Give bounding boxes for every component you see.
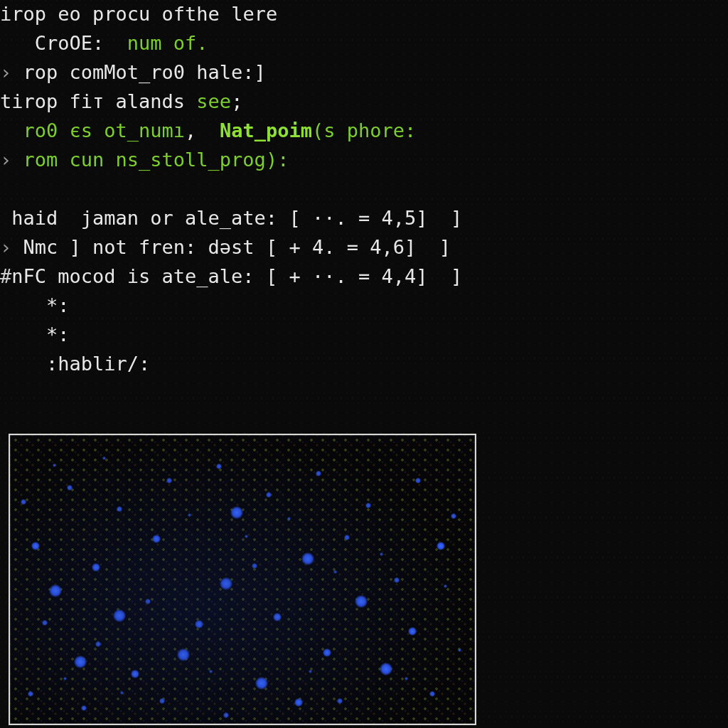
panel-scatter-layer <box>10 435 475 724</box>
scatter-point <box>255 677 268 690</box>
terminal-segment: *: <box>0 294 70 316</box>
terminal-line: › rom cun ns_stoll_prog): <box>0 146 728 175</box>
terminal-segment: , <box>185 119 220 141</box>
scatter-point <box>458 648 461 652</box>
scatter-point <box>365 503 371 508</box>
scatter-point <box>245 535 248 538</box>
scatter-point <box>444 584 447 588</box>
scatter-point <box>42 620 48 626</box>
scatter-point <box>355 595 368 608</box>
terminal-segment: haid jaman or ale_ate: [ ··. = 4,5] ] <box>0 207 462 229</box>
scatter-point <box>131 670 139 678</box>
scatter-point <box>333 570 337 574</box>
scatter-point <box>405 677 408 680</box>
scatter-point <box>380 663 392 675</box>
scatter-point <box>63 677 67 680</box>
terminal-line: *: <box>0 321 728 350</box>
terminal-line: tirop fiт alands see; <box>0 87 728 117</box>
scatter-point <box>145 599 151 604</box>
scatter-point <box>380 552 383 556</box>
scatter-point <box>415 478 421 483</box>
terminal-segment: ro0 єs ot_numı <box>0 119 185 141</box>
terminal-segment: Nmc ] not fren: dəst [ + 4. = 4,6] ] <box>23 236 451 258</box>
terminal-output[interactable]: irop eo procu ofthe lere CroOE: num of.›… <box>0 0 728 379</box>
scatter-point <box>437 542 445 550</box>
scatter-point <box>49 584 62 597</box>
visualization-panel <box>9 434 476 725</box>
scatter-point <box>287 517 291 520</box>
terminal-segment: num of. <box>127 32 208 54</box>
scatter-point <box>344 535 350 540</box>
scatter-point <box>53 464 56 467</box>
scatter-point <box>223 712 229 718</box>
scatter-point <box>195 620 203 628</box>
terminal-segment: › <box>0 61 23 83</box>
scatter-point <box>394 577 400 583</box>
terminal-line: › Nmc ] not fren: dəst [ + 4. = 4,6] ] <box>0 233 728 262</box>
terminal-line <box>0 175 728 204</box>
scatter-point <box>67 485 73 491</box>
terminal-segment: rop comMot_ro0 hale:] <box>23 61 266 83</box>
terminal-segment: rom cun ns_stoll_prog <box>23 149 266 171</box>
scatter-point <box>152 535 161 543</box>
terminal-line: :hablir/: <box>0 350 728 379</box>
terminal-segment: *: <box>0 323 70 346</box>
terminal-line: CroOE: num of. <box>0 29 728 58</box>
scatter-point <box>117 506 122 512</box>
terminal-line: › rop comMot_ro0 hale:] <box>0 58 728 87</box>
scatter-point <box>337 698 343 704</box>
scatter-point <box>301 552 314 565</box>
scatter-point <box>113 609 126 622</box>
scatter-point <box>316 471 321 476</box>
scatter-point <box>92 563 100 572</box>
terminal-segment: nFC mocod is ate_ale: [ + ··. = 4,4] ] <box>11 265 462 287</box>
scatter-point <box>230 506 243 519</box>
terminal-line: #nFC mocod is ate_ale: [ + ··. = 4,4] ] <box>0 262 728 291</box>
scatter-point <box>252 563 257 569</box>
scatter-point <box>323 648 331 657</box>
terminal-segment: irop eo pro <box>0 3 127 25</box>
scatter-point <box>95 641 101 647</box>
terminal-line: haid jaman or ale_ate: [ ··. = 4,5] ] <box>0 204 728 233</box>
terminal-segment: see <box>196 90 231 112</box>
scatter-point <box>159 698 165 704</box>
scatter-point <box>28 691 33 697</box>
terminal-line: irop eo procu ofthe lere <box>0 0 728 29</box>
scatter-point <box>188 513 191 517</box>
scatter-point <box>81 705 87 711</box>
terminal-segment <box>0 178 11 200</box>
scatter-point <box>266 492 272 498</box>
terminal-segment: :hablir/: <box>0 353 150 375</box>
scatter-point <box>74 655 87 668</box>
scatter-point <box>220 577 232 590</box>
terminal-segment: cu <box>127 3 162 25</box>
terminal-segment: (s phore: <box>312 119 416 141</box>
terminal-segment: ): <box>266 149 289 171</box>
terminal-segment: # <box>0 265 11 287</box>
scatter-point <box>177 648 190 661</box>
scatter-point <box>429 691 435 697</box>
terminal-segment: ; <box>231 90 242 112</box>
scatter-point <box>166 478 172 483</box>
terminal-segment: CroOE: <box>0 32 127 54</box>
scatter-point <box>102 456 106 460</box>
scatter-point <box>31 542 40 550</box>
terminal-line: ro0 єs ot_numı, Nat_poim(s phore: <box>0 117 728 146</box>
terminal-segment: ofthe lere <box>162 3 278 25</box>
scatter-point <box>209 670 213 673</box>
terminal-segment: › <box>0 236 23 258</box>
scatter-point <box>120 691 124 695</box>
terminal-line: *: <box>0 291 728 321</box>
scatter-point <box>21 499 26 505</box>
terminal-segment: Nat_poim <box>220 119 312 141</box>
scatter-point <box>408 627 417 636</box>
terminal-segment: › <box>0 149 23 171</box>
scatter-point <box>309 670 312 673</box>
scatter-point <box>294 698 303 707</box>
scatter-point <box>273 613 282 621</box>
scatter-point <box>216 464 222 469</box>
scatter-point <box>451 513 456 519</box>
terminal-segment: tirop fiт alands <box>0 90 196 112</box>
